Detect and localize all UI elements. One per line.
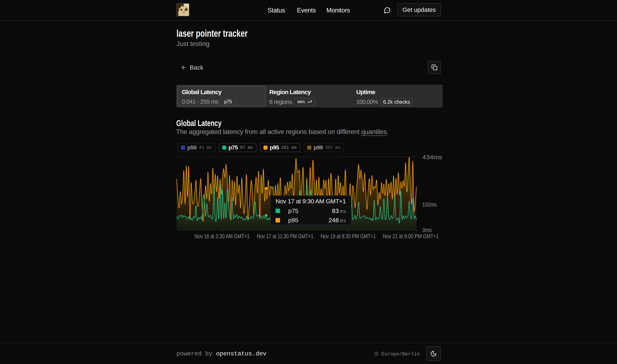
svg-text:150ms: 150ms (422, 201, 437, 208)
svg-text:Nov 17 at 11:30 PM GMT+1: Nov 17 at 11:30 PM GMT+1 (257, 233, 314, 239)
svg-text:Nov 21 at 9:00 PM GMT+1: Nov 21 at 9:00 PM GMT+1 (383, 233, 439, 239)
svg-text:Nov 19 at 8:30 PM GMT+1: Nov 19 at 8:30 PM GMT+1 (321, 233, 376, 239)
svg-text:0ms: 0ms (422, 227, 432, 233)
svg-text:Nov 16 at 2:30 AM GMT+1: Nov 16 at 2:30 AM GMT+1 (195, 233, 249, 239)
svg-text:434ms: 434ms (422, 154, 442, 160)
